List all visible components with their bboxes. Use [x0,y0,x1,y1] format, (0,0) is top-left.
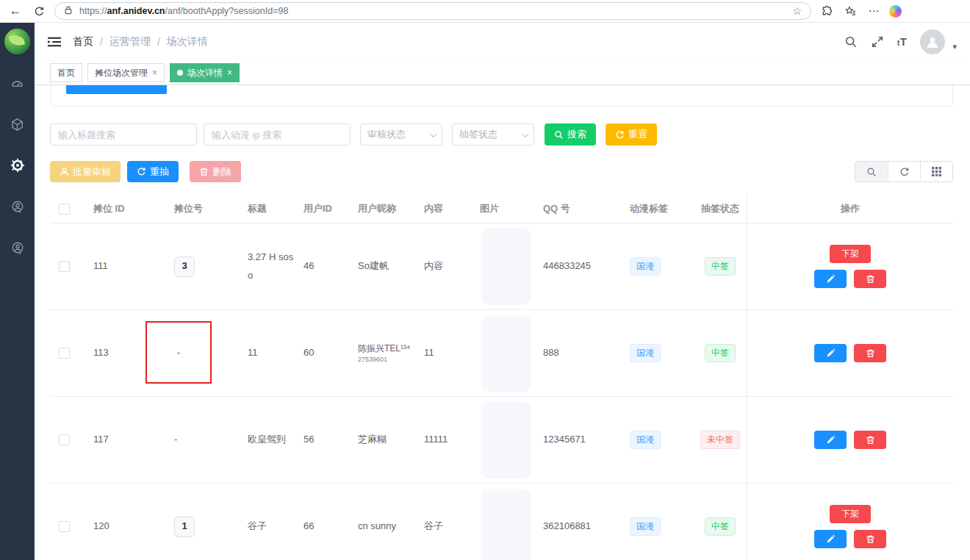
search-button[interactable]: 搜索 [545,123,596,146]
cell-qq: 888 [534,310,620,396]
cutoff-blue-button[interactable] [66,85,167,94]
edit-button[interactable] [814,530,847,548]
scrolled-card-bottom [51,85,953,107]
breadcrumb-current: 场次详情 [167,35,208,49]
tab-session-detail[interactable]: 场次详情× [170,63,240,82]
table-columns-grid-icon[interactable] [920,162,952,182]
favorites-bar-icon[interactable] [842,3,858,19]
draw-status-badge: 中签 [705,257,736,276]
col-image: 图片 [470,195,534,223]
font-size-icon[interactable]: tT [897,35,908,48]
active-tab-dot [177,70,183,76]
cell-user-id: 60 [294,310,348,396]
delete-button[interactable] [854,431,886,449]
edit-button[interactable] [814,344,847,362]
breadcrumb-section[interactable]: 运营管理 [109,35,151,49]
edit-button[interactable] [814,270,847,288]
table-refresh-icon[interactable] [888,162,920,182]
booth-image-placeholder [481,315,531,392]
cell-title: 欧皇驾到 [238,397,294,483]
anime-ip-search-input[interactable] [204,123,351,146]
url-host: anf.anidev.cn [107,6,165,16]
main-panel: 首页 / 运营管理 / 场次详情 tT [35,23,970,560]
tab-booth-manage[interactable]: 摊位场次管理× [87,63,165,82]
row-checkbox[interactable] [59,261,70,272]
trash-icon [866,435,875,445]
draw-status-badge: 中签 [705,344,736,362]
col-qq: QQ 号 [534,195,620,223]
batch-audit-button[interactable]: 批量审核 [50,161,121,182]
sidebar-item-settings-icon[interactable] [0,157,35,174]
avatar[interactable] [920,29,945,54]
trash-icon [199,167,209,176]
tab-close-icon[interactable]: × [152,68,157,78]
cell-content: 内容 [414,223,470,309]
tab-close-icon[interactable]: × [227,68,232,78]
audit-status-select[interactable]: 审核状态 [360,123,442,146]
user-icon [60,167,69,176]
redraw-button[interactable]: 重抽 [127,161,179,182]
table-row: 111 3 3.27 H sos o 46 So建帆 内容 446833245 … [50,223,953,310]
breadcrumb-home[interactable]: 首页 [73,35,93,49]
edit-button[interactable] [814,431,847,449]
row-checkbox[interactable] [59,348,70,359]
address-bar[interactable]: https://anf.anidev.cn/anf/boothApply?ses… [54,2,811,20]
favorite-star-icon[interactable]: ☆ [792,5,802,17]
avatar-caret-icon[interactable]: ▾ [952,42,957,51]
table-toolbar [855,161,953,182]
row-checkbox[interactable] [59,521,70,532]
batch-delete-button[interactable]: 删除 [190,161,241,182]
col-title: 标题 [238,195,294,223]
reload-icon[interactable] [31,3,47,19]
delete-button[interactable] [854,270,886,288]
row-checkbox[interactable] [59,434,70,445]
booth-apply-table: 摊位 ID 摊位号 标题 用户ID 用户昵称 内容 图片 QQ 号 动漫标签 抽… [50,195,953,560]
sidebar-item-operation-icon[interactable] [0,198,35,215]
annotation-highlight-box: - [146,321,212,384]
table-search-toggle-icon[interactable] [855,162,888,182]
title-search-input[interactable] [50,123,197,146]
cell-content: 11 [414,310,470,396]
booth-number-badge: 1 [174,517,195,537]
delete-button[interactable] [854,344,886,362]
reset-button[interactable]: 重置 [606,123,657,146]
fullscreen-icon[interactable] [871,35,884,49]
back-icon[interactable]: ← [7,3,24,19]
offshelf-button[interactable]: 下架 [830,245,871,263]
browser-toolbar: ← https://anf.anidev.cn/anf/boothApply?s… [0,0,970,23]
cell-content: 谷子 [414,484,470,560]
col-actions: 操作 [747,195,953,223]
cell-user-id: 46 [294,223,348,309]
url-path: /anf/boothApply?sessionId=98 [165,6,289,16]
select-all-checkbox[interactable] [59,204,70,215]
draw-status-select[interactable]: 抽签状态 [452,123,534,146]
pencil-icon [826,435,836,445]
extensions-icon[interactable] [819,3,835,19]
sidebar [0,23,35,560]
breadcrumb-separator: / [157,36,160,48]
browser-menu-icon[interactable]: ⋯ [866,3,882,19]
sidebar-item-dashboard-icon[interactable] [0,75,35,93]
batch-action-row: 批量审核 重抽 删除 [50,161,953,182]
anime-tag: 国漫 [630,517,661,536]
offshelf-button[interactable]: 下架 [830,505,871,523]
delete-button[interactable] [854,530,886,548]
reset-icon [615,130,625,140]
sidebar-item-user-manage-icon[interactable] [0,239,35,256]
cell-nickname: cn sunny [348,484,414,560]
trash-icon [866,348,875,358]
cell-nickname: 芝麻糊 [348,397,414,483]
col-booth-id: 摊位 ID [84,195,165,223]
col-user-id: 用户ID [294,195,348,223]
sidebar-item-booth-icon[interactable] [0,115,35,133]
draw-status-badge: 未中签 [700,431,740,449]
pencil-icon [826,534,836,544]
copilot-icon[interactable] [889,5,902,18]
pencil-icon [826,348,836,358]
booth-image-placeholder [481,229,531,305]
header-search-icon[interactable] [844,35,858,49]
trash-icon [866,534,875,544]
tab-home[interactable]: 首页 [50,63,82,82]
table-row: 117 - 欧皇驾到 56 芝麻糊 11111 12345671 国漫 未中签 [50,397,953,484]
collapse-sidebar-icon[interactable] [48,36,61,48]
